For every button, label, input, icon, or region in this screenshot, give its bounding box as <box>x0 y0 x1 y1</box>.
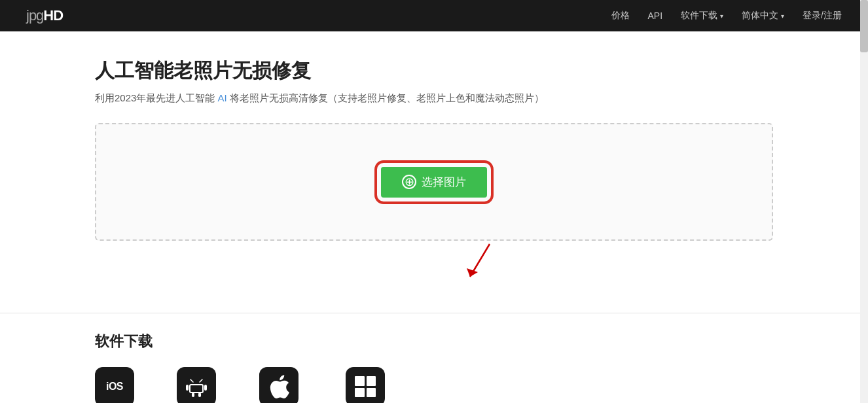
select-image-button[interactable]: ⊕ 选择图片 <box>381 167 487 198</box>
upload-area[interactable]: ⊕ 选择图片 <box>95 123 773 241</box>
subtitle-prefix: 利用2023年最先进人工智能 <box>95 92 215 103</box>
page-subtitle: 利用2023年最先进人工智能 AI 将老照片无损高清修复（支持老照片修复、老照片… <box>95 92 773 105</box>
apple-logo-icon <box>268 375 290 398</box>
nav-price[interactable]: 价格 <box>611 10 630 22</box>
download-item-macos[interactable]: Mac OS <box>259 367 298 403</box>
download-item-windows[interactable]: Windows 32bitWindows 64bit <box>338 367 393 403</box>
svg-line-7 <box>200 379 202 382</box>
android-logo-icon <box>185 375 208 398</box>
svg-rect-11 <box>198 393 201 397</box>
svg-marker-1 <box>467 268 478 277</box>
ios-logo-icon: iOS <box>106 381 123 393</box>
macos-icon-box <box>259 367 298 403</box>
nav-links: 价格 API 软件下载 ▾ 简体中文 ▾ 登录/注册 <box>611 10 842 22</box>
select-btn-label: 选择图片 <box>422 175 466 190</box>
svg-rect-5 <box>190 385 202 392</box>
navbar: jpg HD 价格 API 软件下载 ▾ 简体中文 ▾ 登录/注册 <box>0 0 868 31</box>
svg-rect-8 <box>186 385 189 391</box>
download-item-ios[interactable]: iOS iOS App <box>95 367 134 403</box>
subtitle-suffix: 将老照片无损高清修复（支持老照片修复、老照片上色和魔法动态照片） <box>230 92 544 103</box>
dropdown-arrow-icon: ▾ <box>720 12 723 20</box>
nav-software-download[interactable]: 软件下载 ▾ <box>681 10 723 22</box>
svg-line-6 <box>190 379 193 382</box>
red-arrow-icon <box>463 241 503 287</box>
section-divider <box>0 313 868 313</box>
download-item-android[interactable]: Android AppGoogle Play <box>173 367 220 403</box>
logo-text-light: jpg <box>26 7 43 24</box>
arrow-container <box>95 241 773 293</box>
nav-login[interactable]: 登录/注册 <box>803 10 842 22</box>
download-items: iOS iOS App <box>95 367 773 403</box>
android-icon-box <box>177 367 216 403</box>
page-title: 人工智能老照片无损修复 <box>95 58 773 84</box>
plus-circle-icon: ⊕ <box>402 175 416 189</box>
logo-text-bold: HD <box>43 7 63 24</box>
download-section: 软件下载 iOS iOS App <box>0 332 868 403</box>
dropdown-arrow-lang-icon: ▾ <box>781 12 784 20</box>
download-title: 软件下载 <box>95 332 773 351</box>
main-content: 人工智能老照片无损修复 利用2023年最先进人工智能 AI 将老照片无损高清修复… <box>0 31 868 313</box>
logo[interactable]: jpg HD <box>26 7 63 24</box>
windows-logo-icon <box>355 376 376 397</box>
subtitle-highlight: AI <box>218 92 227 103</box>
nav-language[interactable]: 简体中文 ▾ <box>742 10 784 22</box>
svg-rect-10 <box>192 393 194 397</box>
nav-api[interactable]: API <box>648 10 663 21</box>
ios-icon-box: iOS <box>95 367 134 403</box>
svg-rect-9 <box>204 385 207 391</box>
windows-icon-box <box>346 367 385 403</box>
scrollbar-thumb[interactable] <box>860 0 868 52</box>
scrollbar-track <box>860 0 868 403</box>
